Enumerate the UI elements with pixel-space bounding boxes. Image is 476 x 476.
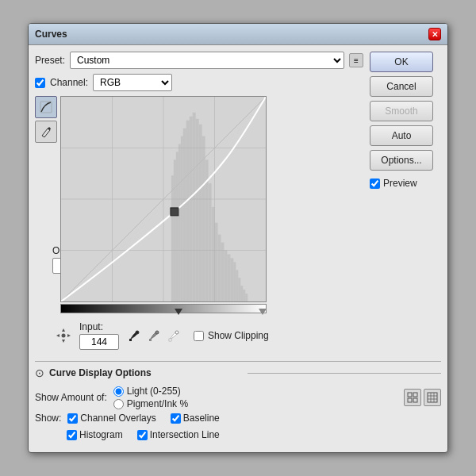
curve-display-toggle-icon[interactable]: ⊙	[35, 367, 44, 379]
intersection-checkbox[interactable]	[137, 430, 148, 440]
svg-rect-43	[169, 339, 171, 341]
eyedropper-row	[127, 327, 182, 345]
baseline-checkbox-label: Baseline	[171, 413, 220, 424]
preview-label: Preview	[383, 178, 417, 189]
input-label-group: Input:	[79, 321, 119, 350]
svg-rect-41	[149, 339, 152, 341]
svg-rect-12	[181, 136, 183, 301]
channel-checkbox[interactable]	[35, 78, 45, 88]
svg-rect-16	[193, 113, 196, 301]
svg-rect-13	[183, 129, 186, 301]
move-tool-icon[interactable]	[52, 324, 75, 347]
channel-select[interactable]: RGB	[93, 74, 172, 91]
svg-rect-23	[215, 223, 218, 301]
smooth-button[interactable]: Smooth	[370, 101, 433, 121]
ok-button[interactable]: OK	[370, 52, 433, 72]
curve-tool-button[interactable]	[35, 96, 57, 118]
show-clipping-row: Show Clipping	[194, 330, 269, 341]
black-eyedropper-icon[interactable]	[127, 327, 143, 345]
svg-rect-30	[236, 270, 238, 301]
input-field[interactable]	[79, 334, 119, 350]
radio-group: Light (0-255) Pigment/Ink %	[113, 386, 188, 409]
svg-rect-33	[243, 290, 245, 301]
histogram-checkbox[interactable]	[67, 430, 77, 440]
pencil-tool-button[interactable]	[35, 121, 57, 143]
radio-pigment-label: Pigment/Ink %	[127, 398, 188, 409]
svg-rect-19	[202, 136, 205, 301]
show-amount-label: Show Amount of:	[35, 392, 107, 403]
channel-label: Channel:	[50, 77, 88, 88]
preset-row: Preset: Custom ≡	[35, 52, 363, 69]
svg-rect-10	[176, 152, 178, 301]
svg-rect-47	[413, 398, 417, 402]
svg-rect-48	[428, 393, 437, 402]
channel-overlays-checkbox-label: Channel Overlays	[67, 413, 155, 424]
svg-rect-24	[217, 235, 221, 301]
preview-checkbox[interactable]	[370, 178, 380, 189]
svg-rect-36	[171, 208, 178, 216]
separator-1	[35, 361, 441, 362]
show-row-1: Show: Channel Overlays Baseline	[35, 413, 441, 424]
small-grid-icon[interactable]	[404, 389, 421, 406]
svg-rect-18	[199, 125, 202, 301]
curve-canvas[interactable]	[60, 96, 267, 302]
svg-point-38	[136, 331, 139, 334]
radio-light-label: Light (0-255)	[127, 386, 181, 397]
auto-button[interactable]: Auto	[370, 125, 433, 146]
close-button[interactable]: ✕	[428, 28, 441, 40]
baseline-checkbox[interactable]	[171, 413, 181, 424]
svg-rect-31	[238, 278, 240, 301]
show-clipping-checkbox[interactable]	[194, 331, 204, 341]
radio-light: Light (0-255)	[113, 386, 188, 397]
grey-eyedropper-icon[interactable]	[147, 327, 163, 345]
histogram-label: Histogram	[79, 429, 123, 440]
svg-rect-32	[240, 286, 243, 301]
svg-rect-29	[233, 262, 236, 301]
preview-row: Preview	[370, 178, 441, 189]
show-label: Show:	[35, 413, 61, 424]
intersection-checkbox-label: Intersection Line	[137, 429, 220, 440]
svg-rect-11	[178, 144, 181, 301]
baseline-label: Baseline	[183, 413, 220, 424]
input-label: Input:	[79, 321, 119, 332]
svg-rect-34	[245, 294, 248, 301]
svg-point-42	[175, 331, 178, 334]
curve-display-label: Curve Display Options	[49, 367, 243, 378]
svg-rect-45	[413, 393, 417, 397]
show-row-2: Histogram Intersection Line	[67, 429, 441, 440]
cancel-button[interactable]: Cancel	[370, 76, 433, 97]
channel-row: Channel: RGB	[35, 74, 363, 91]
preset-label: Preset:	[35, 55, 65, 66]
curve-display-divider	[248, 373, 441, 374]
options-button[interactable]: Options...	[370, 150, 433, 171]
radio-light-input[interactable]	[113, 386, 124, 397]
curves-dialog: Curves ✕ Preset: Custom ≡ Channel: RGB	[28, 23, 448, 453]
preset-select[interactable]: Custom	[70, 52, 344, 69]
large-grid-icon[interactable]	[424, 389, 441, 406]
svg-rect-9	[174, 159, 176, 301]
svg-rect-22	[212, 207, 215, 301]
grid-icons	[404, 389, 441, 406]
radio-pigment-input[interactable]	[113, 399, 124, 409]
dialog-title: Curves	[35, 29, 67, 40]
svg-point-37	[62, 334, 66, 338]
svg-rect-26	[224, 251, 227, 302]
svg-rect-39	[129, 339, 132, 341]
input-controls-row: Input:	[52, 321, 363, 350]
svg-rect-15	[190, 117, 193, 301]
show-amount-row: Show Amount of: Light (0-255) Pigment/In…	[35, 386, 441, 409]
svg-point-40	[155, 331, 159, 334]
curve-display-header: ⊙ Curve Display Options	[35, 367, 441, 379]
svg-rect-25	[221, 243, 224, 301]
svg-rect-28	[230, 258, 233, 301]
left-panel: Preset: Custom ≡ Channel: RGB	[35, 52, 363, 350]
channel-overlays-label: Channel Overlays	[80, 413, 155, 424]
white-eyedropper-icon[interactable]	[167, 327, 182, 345]
right-panel: OK Cancel Smooth Auto Options... Preview	[370, 52, 441, 350]
channel-overlays-checkbox[interactable]	[67, 413, 78, 424]
input-marker	[175, 309, 182, 315]
svg-rect-44	[408, 393, 412, 397]
white-marker	[259, 309, 267, 315]
histogram-checkbox-label: Histogram	[67, 429, 123, 440]
preset-options-icon[interactable]: ≡	[349, 53, 363, 67]
